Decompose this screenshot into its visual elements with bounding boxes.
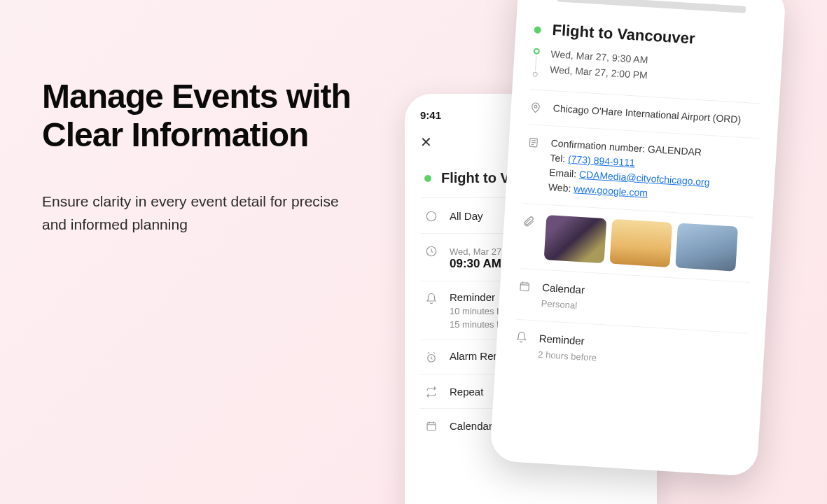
attachment-icon (520, 215, 536, 259)
attachment-thumbnail[interactable] (675, 223, 738, 271)
notes-row: Confirmation number: GALENDAR Tel: (773)… (523, 125, 758, 218)
attachment-thumbnail[interactable] (544, 215, 607, 263)
svg-point-0 (426, 211, 436, 221)
clock-icon (424, 245, 438, 258)
email-label: Email: (549, 167, 577, 179)
timeline-rail-icon (531, 45, 541, 76)
notch-placeholder (557, 0, 746, 13)
close-icon[interactable]: ✕ (420, 134, 432, 150)
detail-title: Flight to Vancouver (552, 21, 695, 48)
bell-icon (424, 293, 438, 305)
svg-point-4 (534, 105, 537, 108)
web-label: Web: (548, 181, 571, 194)
confirmation-value: GALENDAR (648, 143, 702, 158)
bell-icon (514, 330, 529, 360)
calendar-color-dot (534, 26, 541, 34)
note-icon (524, 136, 540, 194)
calendar-icon (424, 420, 438, 433)
web-link[interactable]: www.google.com (574, 183, 648, 198)
marketing-headline: Manage Events with Clear Information (42, 77, 357, 154)
location-pin-icon (529, 101, 542, 115)
tel-link[interactable]: (773) 894-9111 (568, 153, 636, 169)
phone-mock-detail: Flight to Vancouver Wed, Mar 27, 9:30 AM… (489, 0, 786, 477)
marketing-subtext: Ensure clarity in every event detail for… (42, 190, 357, 236)
location-text: Chicago O'Hare International Airport (OR… (553, 101, 760, 128)
alarm-icon (424, 351, 438, 364)
attachment-thumbnail[interactable] (609, 219, 672, 267)
clock-24-icon (424, 210, 438, 223)
tel-label: Tel: (550, 152, 566, 164)
calendar-icon (517, 280, 531, 310)
calendar-label-edit: Calendar (450, 420, 492, 432)
repeat-icon (424, 386, 438, 398)
svg-rect-6 (520, 282, 529, 290)
calendar-color-dot (424, 175, 431, 182)
all-day-label: All Day (450, 210, 483, 222)
marketing-copy: Manage Events with Clear Information Ens… (42, 77, 357, 236)
repeat-label: Repeat (450, 386, 483, 398)
svg-rect-3 (427, 423, 436, 430)
